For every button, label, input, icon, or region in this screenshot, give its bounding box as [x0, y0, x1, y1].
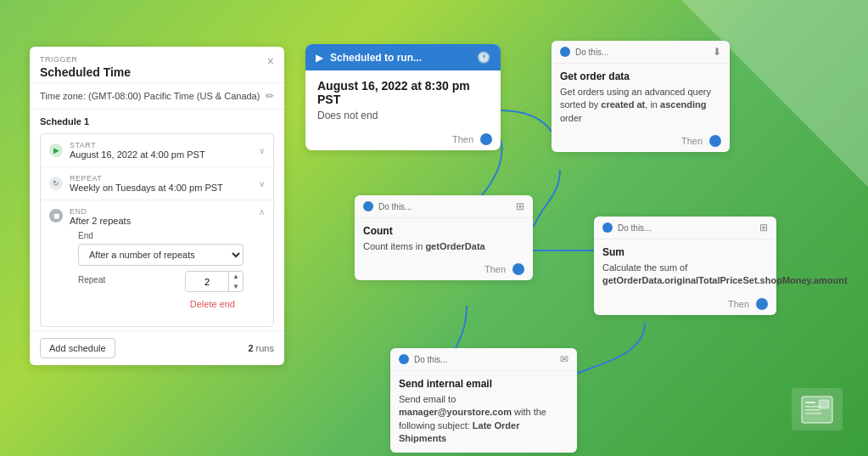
get-order-desc-suffix: order [560, 113, 582, 123]
count-dot [363, 201, 373, 211]
trigger-end: Does not end [317, 110, 489, 121]
repeat-value: Weekly on Tuesdays at 4:00 pm PST [70, 183, 252, 193]
deco-icon [792, 388, 843, 431]
sum-label: Do this... [618, 223, 754, 233]
count-label: Do this... [378, 202, 511, 211]
panel-footer: Add schedule 2 runs [30, 330, 284, 365]
left-panel: TRIGGER Scheduled Time × Time zone: (GMT… [30, 47, 284, 365]
email-title: Send internal email [399, 378, 568, 390]
end-value: After 2 repeats [70, 216, 252, 226]
get-order-then-row: Then [552, 132, 730, 152]
trigger-node-title: Scheduled to run... [330, 52, 422, 64]
end-sub-label: End [78, 231, 244, 240]
get-order-node[interactable]: Do this... ⬇ Get order data Get orders u… [552, 41, 730, 152]
start-icon: ▶ [49, 144, 63, 157]
repeat-input-wrap: ▲ ▼ [185, 271, 244, 292]
repeat-content: REPEAT Weekly on Tuesdays at 4:00 pm PST [70, 174, 252, 193]
get-order-header: Do this... ⬇ [552, 41, 730, 64]
end-section: End After a number of repeats Repeat ▲ ▼ [70, 226, 252, 319]
count-then-text: Then [484, 264, 506, 274]
download-icon: ⬇ [713, 46, 721, 58]
count-title: Count [363, 225, 524, 237]
count-body: Count Count items in getOrderData [355, 218, 533, 260]
end-dropdown[interactable]: After a number of repeats [78, 244, 244, 266]
get-order-title: Get order data [560, 70, 721, 82]
get-order-dot [560, 47, 570, 57]
trigger-then-dot [480, 133, 492, 145]
clock-icon: 🕐 [477, 51, 490, 64]
sum-header: Do this... ⊞ [594, 217, 776, 239]
trigger-date: August 16, 2022 at 8:30 pm PST [317, 79, 489, 106]
schedule-label: Schedule 1 [30, 110, 284, 130]
sum-then-row: Then [594, 295, 776, 315]
count-then-dot [512, 263, 524, 275]
get-order-then-dot [709, 135, 721, 147]
repeat-chevron[interactable]: ∨ [259, 179, 265, 189]
sum-then-dot [756, 298, 768, 310]
trigger-label: TRIGGER [40, 55, 131, 64]
email-header: Do this... ✉ [390, 348, 577, 371]
count-icon: ⊞ [516, 200, 524, 212]
repeat-up[interactable]: ▲ [229, 272, 243, 282]
email-label: Do this... [414, 355, 555, 364]
trigger-then-text: Then [452, 134, 473, 144]
email-desc: Send email to manager@yourstore.com with… [399, 393, 568, 446]
repeat-input-row: Repeat ▲ ▼ [78, 271, 244, 292]
end-icon: ◼ [49, 209, 63, 222]
end-label: END [70, 207, 252, 216]
count-desc: Count items in getOrderData [363, 240, 524, 253]
get-order-bold1: created at [601, 99, 645, 110]
email-desc-prefix: Send email to [399, 394, 456, 404]
panel-title: Scheduled Time [40, 65, 131, 79]
repeat-label: REPEAT [70, 174, 252, 183]
sum-dot [602, 222, 613, 233]
svg-rect-5 [819, 400, 829, 408]
count-desc-bold: getOrderData [425, 241, 484, 251]
email-icon: ✉ [560, 353, 568, 365]
sum-node[interactable]: Do this... ⊞ Sum Calculate the sum of ge… [594, 217, 776, 315]
delete-end-button[interactable]: Delete end [78, 296, 244, 314]
get-order-label: Do this... [575, 48, 708, 57]
sum-body: Sum Calculate the sum of getOrderData.or… [594, 239, 776, 295]
email-address: manager@yourstore.com [399, 407, 512, 417]
runs-label: 2 runs [248, 343, 274, 353]
timezone-row: Time zone: (GMT-08:00) Pacific Time (US … [30, 83, 284, 110]
timezone-label: Time zone: (GMT-08:00) Pacific Time (US … [40, 91, 260, 101]
svg-rect-3 [805, 409, 820, 411]
schedule-item: ▶ START August 16, 2022 at 4:00 pm PST ∨… [40, 133, 274, 327]
add-schedule-button[interactable]: Add schedule [40, 338, 115, 358]
repeat-row: ↻ REPEAT Weekly on Tuesdays at 4:00 pm P… [41, 167, 273, 200]
repeat-input[interactable] [186, 273, 228, 290]
get-order-desc: Get orders using an advanced query sorte… [560, 86, 721, 125]
end-row: ◼ END After 2 repeats End After a number… [41, 200, 273, 326]
runs-suffix: runs [256, 343, 274, 353]
end-chevron[interactable]: ∧ [259, 207, 265, 217]
trigger-then-row: Then [305, 130, 501, 150]
sum-title: Sum [602, 246, 768, 258]
sum-desc-bold: getOrderData.originalTotalPriceSet.shopM… [602, 275, 848, 285]
start-value: August 16, 2022 at 4:00 pm PST [70, 149, 252, 160]
trigger-node-body: August 16, 2022 at 8:30 pm PST Does not … [305, 70, 501, 130]
panel-header: TRIGGER Scheduled Time × [30, 47, 284, 83]
trigger-node[interactable]: ▶ Scheduled to run... 🕐 August 16, 2022 … [305, 44, 501, 150]
repeat-icon: ↻ [49, 177, 63, 190]
get-order-then-text: Then [681, 136, 703, 146]
count-node[interactable]: Do this... ⊞ Count Count items in getOrd… [355, 195, 533, 280]
sum-icon: ⊞ [759, 222, 768, 234]
start-label: START [70, 141, 252, 149]
count-then-row: Then [355, 260, 533, 280]
start-chevron[interactable]: ∨ [259, 146, 265, 155]
deco-svg [800, 395, 834, 425]
sum-then-text: Then [728, 299, 749, 309]
repeat-arrows: ▲ ▼ [228, 272, 243, 291]
start-row: ▶ START August 16, 2022 at 4:00 pm PST ∨ [41, 134, 273, 167]
runs-count: 2 [248, 343, 253, 353]
close-button[interactable]: × [267, 55, 274, 67]
email-node[interactable]: Do this... ✉ Send internal email Send em… [390, 348, 577, 453]
edit-icon[interactable]: ✏ [266, 90, 274, 102]
start-content: START August 16, 2022 at 4:00 pm PST [70, 141, 252, 160]
play-icon: ▶ [316, 52, 323, 64]
svg-rect-4 [805, 413, 822, 414]
repeat-down[interactable]: ▼ [229, 282, 243, 292]
count-desc-prefix: Count items in [363, 241, 425, 251]
